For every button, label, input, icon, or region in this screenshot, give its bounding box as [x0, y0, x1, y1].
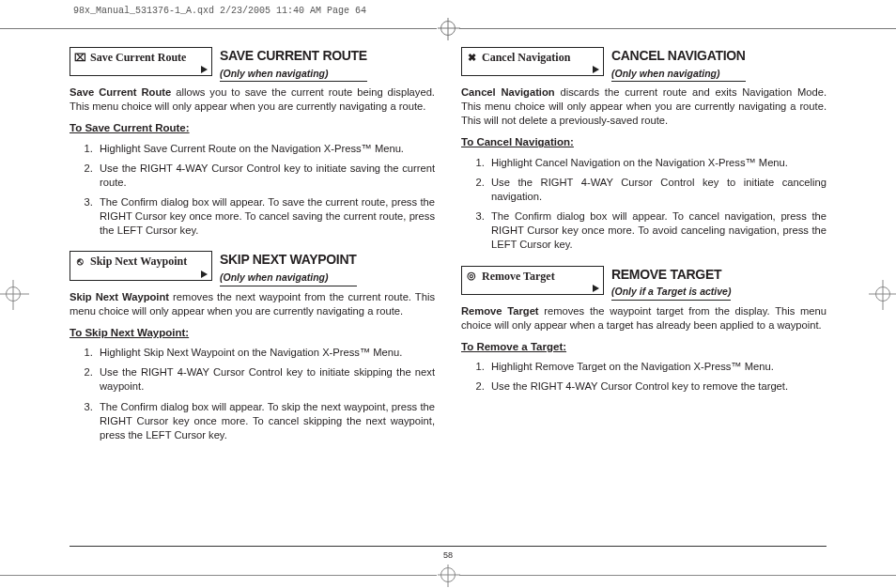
- step-item: The Confirm dialog box will appear. To s…: [96, 400, 435, 442]
- steps-list: Highlight Remove Target on the Navigatio…: [461, 360, 826, 394]
- target-icon: ◎: [466, 271, 477, 282]
- section-intro: Remove Target removes the waypoint targe…: [461, 304, 826, 333]
- section-intro: Save Current Route allows you to save th…: [70, 85, 435, 114]
- menu-label: Skip Next Waypoint: [90, 254, 187, 269]
- section-subtitle: (Only when navigating): [611, 67, 746, 82]
- page-header-line: 98x_Manual_531376-1_A.qxd 2/23/2005 11:4…: [73, 6, 366, 16]
- menu-label: Cancel Navigation: [482, 50, 570, 65]
- section-subtitle: (Only when navigating): [220, 67, 367, 82]
- section-remove-target: ◎ Remove Target REMOVE TARGET (Only if a…: [461, 266, 826, 395]
- menu-item-skip-waypoint: ⎋ Skip Next Waypoint: [70, 251, 212, 280]
- section-cancel-navigation: ✖ Cancel Navigation CANCEL NAVIGATION (O…: [461, 47, 826, 253]
- steps-heading: To Save Current Route:: [70, 121, 435, 136]
- section-title: CANCEL NAVIGATION: [611, 47, 746, 65]
- step-item: The Confirm dialog box will appear. To c…: [487, 209, 826, 252]
- page-content: ⌧ Save Current Route SAVE CURRENT ROUTE …: [70, 47, 826, 550]
- steps-list: Highlight Skip Next Waypoint on the Navi…: [70, 346, 435, 442]
- step-item: Use the RIGHT 4-WAY Cursor Control key t…: [96, 365, 435, 394]
- waypoint-icon: ⎋: [74, 256, 85, 268]
- step-item: Highlight Remove Target on the Navigatio…: [487, 360, 826, 374]
- right-column: ✖ Cancel Navigation CANCEL NAVIGATION (O…: [461, 47, 826, 550]
- step-item: Use the RIGHT 4-WAY Cursor Control key t…: [487, 379, 826, 394]
- section-subtitle: (Only if a Target is active): [611, 285, 731, 300]
- crop-mark-left: [6, 286, 21, 302]
- section-save-current-route: ⌧ Save Current Route SAVE CURRENT ROUTE …: [70, 47, 435, 238]
- menu-item-cancel-nav: ✖ Cancel Navigation: [461, 47, 604, 76]
- cancel-icon: ✖: [466, 52, 477, 63]
- route-icon: ⌧: [74, 52, 85, 63]
- menu-item-remove-target: ◎ Remove Target: [461, 266, 604, 295]
- arrow-right-icon: [593, 285, 599, 292]
- step-item: Use the RIGHT 4-WAY Cursor Control key t…: [487, 176, 826, 204]
- page-number: 58: [443, 550, 453, 560]
- section-title: SKIP NEXT WAYPOINT: [220, 251, 357, 269]
- steps-list: Highlight Cancel Navigation on the Navig…: [461, 156, 826, 253]
- step-item: Highlight Cancel Navigation on the Navig…: [487, 156, 826, 170]
- crop-mark-top: [0, 21, 896, 36]
- step-item: Highlight Skip Next Waypoint on the Navi…: [96, 346, 435, 360]
- menu-label: Remove Target: [482, 269, 555, 284]
- section-title: REMOVE TARGET: [611, 266, 731, 284]
- section-subtitle: (Only when navigating): [220, 271, 357, 286]
- section-intro: Skip Next Waypoint removes the next wayp…: [70, 290, 435, 318]
- arrow-right-icon: [593, 66, 599, 73]
- step-item: Use the RIGHT 4-WAY Cursor Control key t…: [96, 162, 435, 190]
- section-skip-next-waypoint: ⎋ Skip Next Waypoint SKIP NEXT WAYPOINT …: [70, 251, 435, 441]
- steps-list: Highlight Save Current Route on the Navi…: [70, 142, 435, 239]
- left-column: ⌧ Save Current Route SAVE CURRENT ROUTE …: [70, 47, 435, 550]
- step-item: Highlight Save Current Route on the Navi…: [96, 142, 435, 156]
- section-intro: Cancel Navigation discards the current r…: [461, 85, 826, 128]
- steps-heading: To Skip Next Waypoint:: [70, 326, 435, 341]
- menu-label: Save Current Route: [90, 50, 186, 65]
- steps-heading: To Cancel Navigation:: [461, 135, 826, 150]
- section-title: SAVE CURRENT ROUTE: [220, 47, 367, 65]
- menu-item-save-route: ⌧ Save Current Route: [70, 47, 212, 76]
- crop-mark-right: [875, 286, 890, 302]
- step-item: The Confirm dialog box will appear. To s…: [96, 195, 435, 238]
- crop-mark-bottom: [0, 567, 896, 582]
- steps-heading: To Remove a Target:: [461, 340, 826, 355]
- page-footer: 58: [70, 546, 826, 560]
- arrow-right-icon: [201, 271, 208, 278]
- arrow-right-icon: [201, 66, 208, 73]
